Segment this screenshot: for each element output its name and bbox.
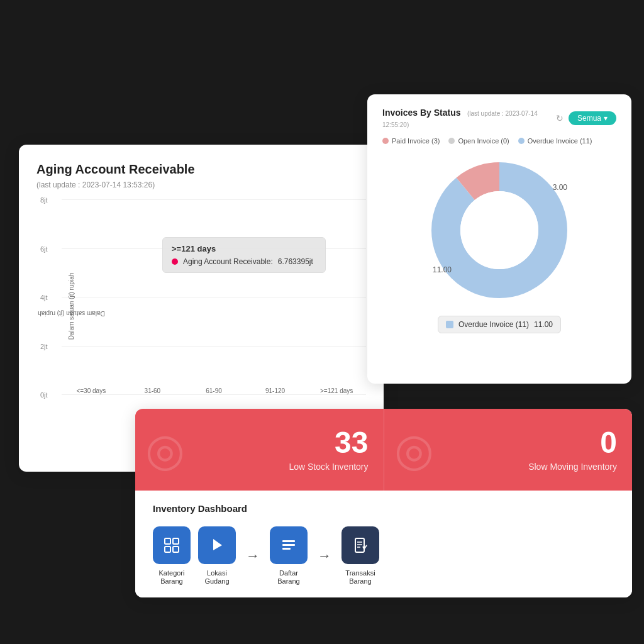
donut-chart-svg <box>424 155 575 306</box>
kategori-barang-btn[interactable]: KategoriBarang <box>153 526 191 586</box>
aging-last-update: (last update : 2023-07-14 13:53:26) <box>36 180 366 189</box>
svg-rect-8 <box>282 540 295 542</box>
arrow-icon-1: → <box>246 548 260 564</box>
aging-card-title: Aging Account Receivable <box>36 162 366 177</box>
tooltip-title: >=121 days <box>172 244 316 253</box>
chevron-down-icon: ▾ <box>604 114 608 123</box>
y-axis-text: Dalam satuan (jt) rupiah <box>68 273 75 340</box>
legend-paid: Paid Invoice (3) <box>382 137 440 145</box>
svg-point-2 <box>460 191 538 269</box>
donut-chart-container: 3.00 11.00 <box>424 155 575 306</box>
tooltip-label: Aging Account Receivable: <box>183 257 273 266</box>
invoices-title: Invoices By Status <box>382 108 461 118</box>
tooltip-value: 6.763395jt <box>278 257 313 266</box>
svg-rect-4 <box>173 538 179 544</box>
donut-label-paid: 3.00 <box>553 183 567 192</box>
invoices-actions: ↻ Semua ▾ <box>556 111 616 125</box>
legend-paid-dot <box>382 138 389 144</box>
semua-button[interactable]: Semua ▾ <box>569 111 616 125</box>
low-stock-bg-icon: ◎ <box>145 423 185 476</box>
slow-moving-bg-icon: ◎ <box>394 423 434 476</box>
slow-moving-label: Slow Moving Inventory <box>528 462 617 472</box>
doc-icon <box>352 536 369 554</box>
aging-chart-area: Dalam satuan (jt) rupiah 8jt 6jt 4jt 2jt… <box>36 199 366 413</box>
inventory-card: ◎ 33 Low Stock Inventory ◎ 0 Slow Moving… <box>135 409 632 597</box>
bar-group-5: >=121 days <box>313 384 360 394</box>
legend-overdue-label: Overdue Invoice (11) <box>528 137 592 145</box>
lokasi-gudang-icon-box <box>198 526 236 564</box>
y-label-4jt: 4jt <box>40 294 48 301</box>
invoices-legend: Paid Invoice (3) Open Invoice (0) Overdu… <box>382 137 616 145</box>
inventory-dashboard-section: Inventory Dashboard KategoriBarang <box>135 491 632 597</box>
donut-tooltip-square <box>446 321 453 328</box>
bar-label-5: >=121 days <box>320 387 353 394</box>
kategori-barang-label: KategoriBarang <box>159 569 185 586</box>
kategori-barang-icon-box <box>153 526 191 564</box>
bar-group-4: 91-120 <box>252 384 299 394</box>
bar-label-4: 91-120 <box>265 387 285 394</box>
y-label-2jt: 2jt <box>40 343 48 350</box>
invoices-by-status-card: Invoices By Status (last update : 2023-0… <box>367 94 631 384</box>
y-label-8jt: 8jt <box>40 196 48 204</box>
tooltip-dot <box>172 258 178 265</box>
legend-overdue-dot <box>518 138 525 144</box>
svg-marker-7 <box>213 539 222 550</box>
legend-overdue: Overdue Invoice (11) <box>518 137 592 145</box>
legend-open: Open Invoice (0) <box>448 137 509 145</box>
inventory-stats-row: ◎ 33 Low Stock Inventory ◎ 0 Slow Moving… <box>135 409 632 491</box>
grid-icon <box>163 536 180 554</box>
inventory-dashboard-title: Inventory Dashboard <box>153 503 614 514</box>
bar-group-2: 31-60 <box>130 384 176 394</box>
semua-label: Semua <box>577 114 601 123</box>
donut-tooltip-label: Overdue Invoice (11) <box>458 320 529 329</box>
aging-tooltip: >=121 days Aging Account Receivable: 6.7… <box>162 237 326 273</box>
svg-rect-5 <box>165 547 170 552</box>
bar-label-3: 61-90 <box>206 387 222 394</box>
low-stock-stat[interactable]: ◎ 33 Low Stock Inventory <box>135 409 384 491</box>
inventory-icons-row: KategoriBarang LokasiGudang → <box>153 526 614 586</box>
invoices-title-group: Invoices By Status (last update : 2023-0… <box>382 107 556 130</box>
donut-tooltip-value: 11.00 <box>534 320 553 329</box>
low-stock-number: 33 <box>335 428 368 458</box>
y-label-6jt: 6jt <box>40 245 48 253</box>
slow-moving-stat[interactable]: ◎ 0 Slow Moving Inventory <box>384 409 633 491</box>
transaksi-barang-label: TransaksiBarang <box>345 569 375 586</box>
lokasi-gudang-btn[interactable]: LokasiGudang <box>198 526 236 586</box>
daftar-barang-icon-box <box>270 526 308 564</box>
svg-rect-9 <box>282 544 295 546</box>
invoices-header: Invoices By Status (last update : 2023-0… <box>382 107 616 130</box>
list-icon <box>280 536 297 554</box>
donut-label-overdue: 11.00 <box>433 265 452 274</box>
bar-group-1: <=30 days <box>68 384 114 394</box>
low-stock-label: Low Stock Inventory <box>289 462 368 472</box>
location-icon <box>208 536 226 554</box>
tooltip-row: Aging Account Receivable: 6.763395jt <box>172 257 316 266</box>
svg-rect-10 <box>282 548 291 550</box>
refresh-icon[interactable]: ↻ <box>556 113 564 123</box>
bar-label-1: <=30 days <box>76 387 106 394</box>
svg-rect-11 <box>355 538 364 552</box>
svg-rect-3 <box>165 538 170 544</box>
bar-group-3: 61-90 <box>191 384 237 394</box>
donut-tooltip: Overdue Invoice (11) 11.00 <box>438 316 561 333</box>
bar-label-2: 31-60 <box>145 387 161 394</box>
slow-moving-number: 0 <box>600 428 617 458</box>
legend-open-label: Open Invoice (0) <box>458 137 509 145</box>
daftar-barang-btn[interactable]: DaftarBarang <box>270 526 308 586</box>
lokasi-gudang-label: LokasiGudang <box>204 569 229 586</box>
transaksi-barang-btn[interactable]: TransaksiBarang <box>341 526 379 586</box>
svg-rect-6 <box>173 547 179 552</box>
legend-open-dot <box>448 138 455 144</box>
arrow-icon-2: → <box>318 548 331 564</box>
legend-paid-label: Paid Invoice (3) <box>392 137 440 145</box>
daftar-barang-label: DaftarBarang <box>277 569 299 586</box>
y-label-0jt: 0jt <box>40 391 48 399</box>
transaksi-barang-icon-box <box>341 526 379 564</box>
